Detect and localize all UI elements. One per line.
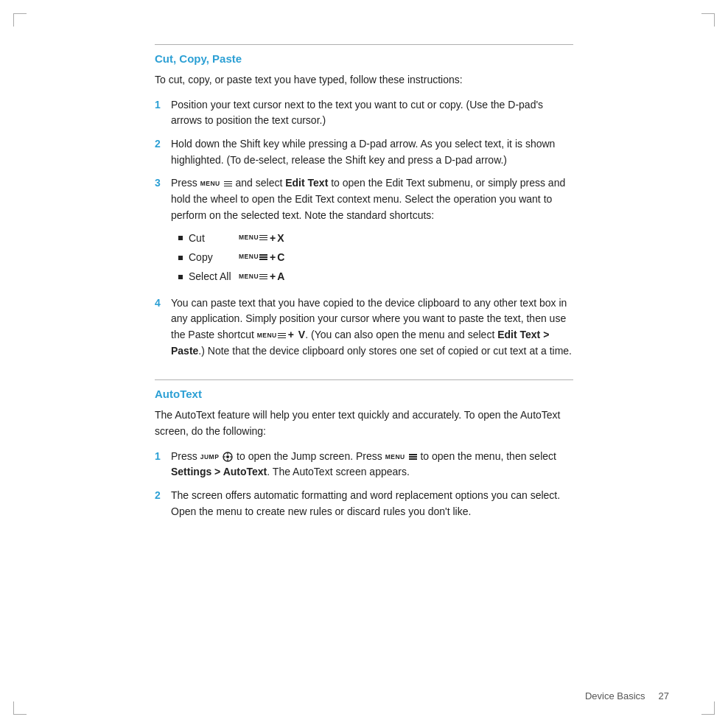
corner-mark-br xyxy=(701,701,715,715)
bullet-cut xyxy=(178,236,183,240)
edit-text-bold: Edit Text xyxy=(285,177,328,189)
list-item: 1 Press JUMP to open the Jump scr xyxy=(155,449,573,480)
list-item: 1 Position your text cursor next to the … xyxy=(155,97,573,129)
menu-word-cut: MENU xyxy=(239,233,259,243)
numbered-list-cut-copy-paste: 1 Position your text cursor next to the … xyxy=(155,97,573,360)
list-num-at1: 1 xyxy=(155,449,171,465)
shortcut-label-cut: Cut xyxy=(189,230,239,246)
plus-selectall: + xyxy=(270,268,276,284)
footer-section-label: Device Basics xyxy=(585,690,645,701)
menu-word-4: MENU xyxy=(257,332,277,339)
jump-word: JUMP xyxy=(200,453,220,461)
section-title-autotext: AutoText xyxy=(155,379,573,400)
bullet-selectall xyxy=(178,275,183,279)
plus-4: + xyxy=(288,329,294,340)
menu-icon-cut xyxy=(259,234,267,242)
list-num-2: 2 xyxy=(155,136,171,153)
shortcuts-list: Cut MENU + X Copy MENU + C xyxy=(178,230,573,285)
jump-icon xyxy=(223,452,233,462)
menu-word-at1: MENU xyxy=(385,453,405,461)
list-item: 2 Hold down the Shift key while pressing… xyxy=(155,136,573,168)
shortcut-cut: Cut MENU + X xyxy=(178,230,573,246)
list-content-at1: Press JUMP to open the Jump screen. Pres… xyxy=(171,449,573,480)
section-cut-copy-paste: Cut, Copy, Paste To cut, copy, or paste … xyxy=(155,44,573,359)
key-c: C xyxy=(277,249,284,265)
menu-icon-4 xyxy=(278,332,286,340)
list-content-at2: The screen offers automatic formatting a… xyxy=(171,488,573,519)
list-content-4: You can paste text that you have copied … xyxy=(171,295,573,360)
footer: Device Basics 27 xyxy=(585,690,669,701)
plus-cut: + xyxy=(270,230,276,246)
section-intro-cut-copy-paste: To cut, copy, or paste text you have typ… xyxy=(155,72,573,88)
list-num-1: 1 xyxy=(155,97,171,113)
shortcut-label-selectall: Select All xyxy=(189,268,239,284)
edit-text-paste-bold: Edit Text > Paste xyxy=(171,329,549,357)
menu-icon-selectall xyxy=(259,273,267,281)
section-title-cut-copy-paste: Cut, Copy, Paste xyxy=(155,44,573,65)
list-item: 4 You can paste text that you have copie… xyxy=(155,295,573,360)
corner-mark-tl xyxy=(13,13,27,27)
menu-word-selectall: MENU xyxy=(239,272,259,282)
menu-word-copy: MENU xyxy=(239,252,259,262)
list-content-3: Press MENU and select Edit Text to open … xyxy=(171,175,573,287)
svg-point-1 xyxy=(226,455,229,458)
menu-icon-3a xyxy=(224,180,232,188)
corner-mark-bl xyxy=(13,701,27,715)
section-intro-autotext: The AutoText feature will help you enter… xyxy=(155,407,573,439)
jump-svg xyxy=(223,452,233,462)
shortcut-copy: Copy MENU + C xyxy=(178,249,573,265)
list-content-2: Hold down the Shift key while pressing a… xyxy=(171,136,573,168)
footer-page-number: 27 xyxy=(659,690,669,701)
menu-icon-at1 xyxy=(409,453,417,461)
list-num-3: 3 xyxy=(155,175,171,192)
list-num-4: 4 xyxy=(155,295,171,312)
bullet-copy xyxy=(178,256,183,260)
list-item: 3 Press MENU and select Edit Text to ope… xyxy=(155,175,573,287)
section-autotext: AutoText The AutoText feature will help … xyxy=(155,379,573,519)
key-x: X xyxy=(277,230,284,246)
shortcut-selectall: Select All MENU + A xyxy=(178,268,573,284)
list-item: 2 The screen offers automatic formatting… xyxy=(155,488,573,519)
menu-label-3a: MENU xyxy=(200,180,220,187)
shortcut-label-copy: Copy xyxy=(189,249,239,265)
plus-copy: + xyxy=(270,249,276,265)
key-v: V xyxy=(298,329,305,340)
corner-mark-tr xyxy=(701,13,715,27)
numbered-list-autotext: 1 Press JUMP to open the Jump scr xyxy=(155,449,573,520)
list-num-at2: 2 xyxy=(155,488,171,504)
menu-icon-copy xyxy=(259,253,267,262)
list-content-1: Position your text cursor next to the te… xyxy=(171,97,573,129)
settings-autotext-bold: Settings > AutoText xyxy=(171,466,267,477)
key-a: A xyxy=(277,268,284,284)
page: Cut, Copy, Paste To cut, copy, or paste … xyxy=(0,0,728,728)
